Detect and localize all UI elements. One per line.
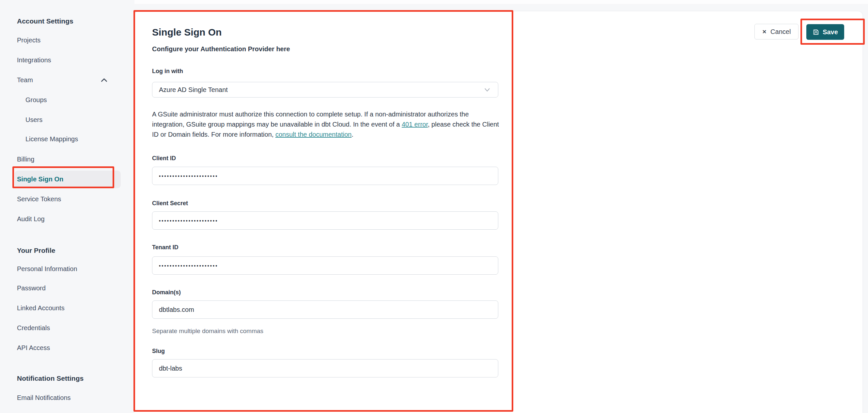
sidebar-item-projects[interactable]: Projects: [17, 36, 40, 44]
sidebar-item-users[interactable]: Users: [26, 116, 42, 124]
sidebar-item-password[interactable]: Password: [17, 284, 46, 292]
floppy-disk-icon: [812, 29, 819, 36]
sidebar-item-api-access[interactable]: API Access: [17, 344, 50, 352]
domains-helper-text: Separate multiple domains with commas: [152, 327, 264, 335]
sidebar-item-license-mappings[interactable]: License Mappings: [26, 135, 78, 143]
gsuite-notice-text: A GSuite administrator must authorize th…: [152, 109, 502, 139]
link-consult-documentation[interactable]: consult the documentation: [275, 131, 352, 138]
link-401-error[interactable]: 401 error: [402, 121, 428, 128]
sidebar-header-your-profile: Your Profile: [17, 247, 55, 254]
domains-label: Domain(s): [152, 289, 181, 296]
page-subtitle: Configure your Authentication Provider h…: [152, 45, 290, 53]
sidebar-item-personal-information[interactable]: Personal Information: [17, 265, 78, 273]
login-with-label: Log in with: [152, 68, 183, 75]
cancel-button-label: Cancel: [770, 28, 790, 36]
sidebar-item-groups[interactable]: Groups: [26, 96, 47, 104]
sidebar-item-service-tokens[interactable]: Service Tokens: [17, 195, 61, 203]
login-with-selected-value: Azure AD Single Tenant: [159, 86, 483, 94]
sidebar-header-notification-settings: Notification Settings: [17, 375, 84, 382]
sidebar-item-team[interactable]: Team: [17, 76, 33, 84]
client-id-input[interactable]: [152, 167, 498, 185]
notice-text-3: .: [351, 131, 353, 138]
sidebar-item-billing[interactable]: Billing: [17, 156, 34, 163]
cancel-button[interactable]: ✕ Cancel: [754, 24, 799, 39]
sidebar-header-account-settings: Account Settings: [17, 17, 73, 25]
save-button[interactable]: Save: [806, 24, 844, 40]
top-strip: [134, 0, 868, 4]
sidebar-item-email-notifications[interactable]: Email Notifications: [17, 394, 71, 402]
page-title: Single Sign On: [152, 27, 222, 38]
sidebar-item-credentials[interactable]: Credentials: [17, 324, 50, 332]
chevron-down-icon: [483, 86, 491, 94]
tenant-id-label: Tenant ID: [152, 244, 179, 251]
domains-input[interactable]: [152, 300, 498, 319]
close-icon: ✕: [762, 29, 767, 35]
single-sign-on-panel: Single Sign On Configure your Authentica…: [134, 11, 863, 413]
client-secret-label: Client Secret: [152, 200, 188, 207]
sidebar-item-single-sign-on[interactable]: Single Sign On: [17, 176, 63, 183]
sidebar-item-linked-accounts[interactable]: Linked Accounts: [17, 305, 65, 312]
slug-input[interactable]: [152, 359, 498, 377]
sidebar-item-audit-log[interactable]: Audit Log: [17, 215, 45, 223]
tenant-id-input[interactable]: [152, 256, 498, 275]
login-with-select[interactable]: Azure AD Single Tenant: [152, 82, 498, 98]
client-id-label: Client ID: [152, 155, 176, 162]
chevron-up-icon[interactable]: [99, 76, 109, 85]
client-secret-input[interactable]: [152, 212, 498, 230]
save-button-label: Save: [823, 28, 838, 36]
settings-sidebar: Account Settings Projects Integrations T…: [0, 0, 134, 413]
sidebar-item-integrations[interactable]: Integrations: [17, 57, 51, 64]
slug-label: Slug: [152, 348, 165, 355]
